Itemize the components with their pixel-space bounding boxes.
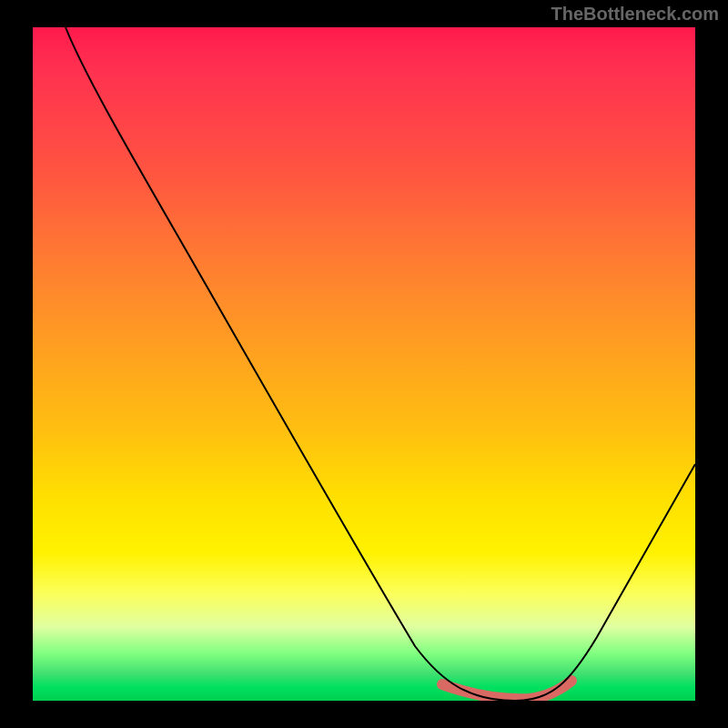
chart-container: TheBottleneck.com	[0, 0, 728, 728]
watermark-text: TheBottleneck.com	[551, 4, 719, 25]
plot-area	[33, 27, 695, 701]
curve-svg	[33, 27, 695, 701]
bottleneck-curve	[66, 27, 695, 701]
